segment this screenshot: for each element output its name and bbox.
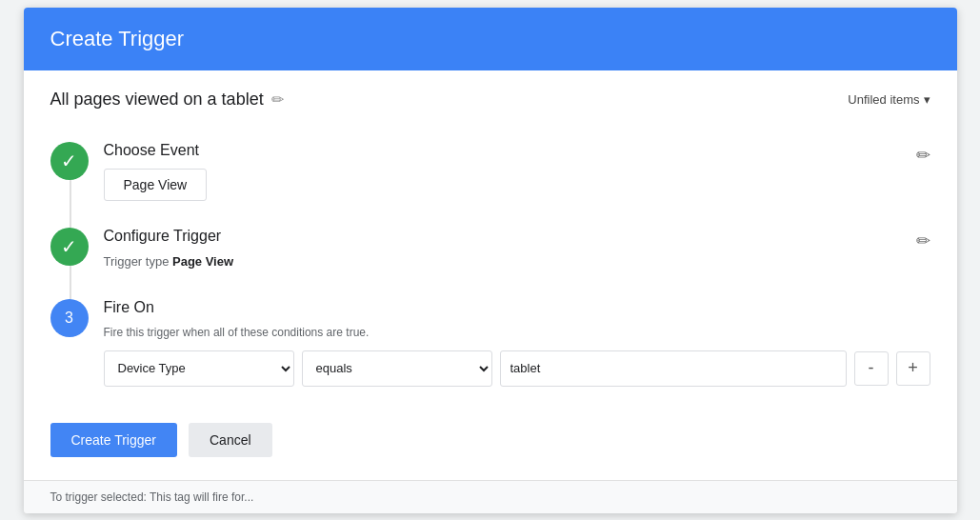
step1-icon: ✓ — [50, 142, 89, 180]
modal-header: Create Trigger — [24, 8, 957, 70]
step2-icon: ✓ — [50, 228, 89, 266]
modal-body: All pages viewed on a tablet ✏ Unfiled i… — [24, 70, 957, 480]
unfiled-items-label: Unfiled items — [848, 92, 919, 107]
condition-operator-select[interactable]: equals — [302, 350, 492, 387]
step1-title-row: Choose Event ✏ — [104, 142, 930, 169]
step2-edit-icon[interactable]: ✏ — [916, 230, 930, 251]
bottom-notice-text: To trigger selected: This tag will fire … — [50, 490, 254, 504]
condition-row: Device Type equals - + — [104, 350, 930, 387]
footer-buttons: Create Trigger Cancel — [50, 423, 930, 457]
title-edit-icon[interactable]: ✏ — [271, 90, 284, 109]
step1-title: Choose Event — [104, 142, 200, 159]
step1-checkmark: ✓ — [61, 150, 77, 172]
page-title-row: All pages viewed on a tablet ✏ Unfiled i… — [50, 90, 930, 110]
step1-edit-icon[interactable]: ✏ — [916, 145, 930, 166]
step1-event-box[interactable]: Page View — [104, 169, 208, 201]
step2-title: Configure Trigger — [104, 228, 222, 245]
modal-title: Create Trigger — [50, 27, 930, 51]
create-trigger-modal: Create Trigger All pages viewed on a tab… — [24, 8, 957, 513]
step2-content: Configure Trigger ✏ Trigger type Page Vi… — [104, 228, 930, 272]
cancel-button[interactable]: Cancel — [189, 423, 272, 457]
unfiled-items-chevron: ▾ — [924, 92, 930, 107]
step3-number: 3 — [65, 310, 73, 327]
fire-on-description: Fire this trigger when all of these cond… — [104, 326, 930, 339]
condition-field-select[interactable]: Device Type — [104, 350, 294, 387]
unfiled-items-dropdown[interactable]: Unfiled items ▾ — [848, 92, 930, 107]
step2-checkmark: ✓ — [61, 235, 77, 258]
step2-title-row: Configure Trigger ✏ — [104, 228, 930, 254]
trigger-type-text: Trigger type Page View — [104, 254, 930, 269]
bottom-notice: To trigger selected: This tag will fire … — [24, 480, 957, 513]
step-configure-trigger: ✓ Configure Trigger ✏ Trigger type Page … — [50, 214, 930, 286]
condition-add-button[interactable]: + — [896, 351, 930, 386]
create-trigger-button[interactable]: Create Trigger — [50, 423, 177, 457]
step3-content: Fire On Fire this trigger when all of th… — [104, 299, 930, 387]
step-choose-event: ✓ Choose Event ✏ Page View — [50, 129, 930, 214]
steps-container: ✓ Choose Event ✏ Page View ✓ Config — [50, 129, 930, 400]
step1-content: Choose Event ✏ Page View — [104, 142, 930, 201]
page-title-container: All pages viewed on a tablet ✏ — [50, 90, 284, 110]
step3-title: Fire On — [104, 299, 930, 316]
condition-value-input[interactable] — [500, 350, 847, 387]
page-title-text: All pages viewed on a tablet — [50, 90, 264, 110]
trigger-type-value: Page View — [172, 254, 233, 269]
condition-remove-button[interactable]: - — [854, 351, 889, 386]
step3-icon: 3 — [50, 299, 89, 337]
step-fire-on: 3 Fire On Fire this trigger when all of … — [50, 286, 930, 400]
